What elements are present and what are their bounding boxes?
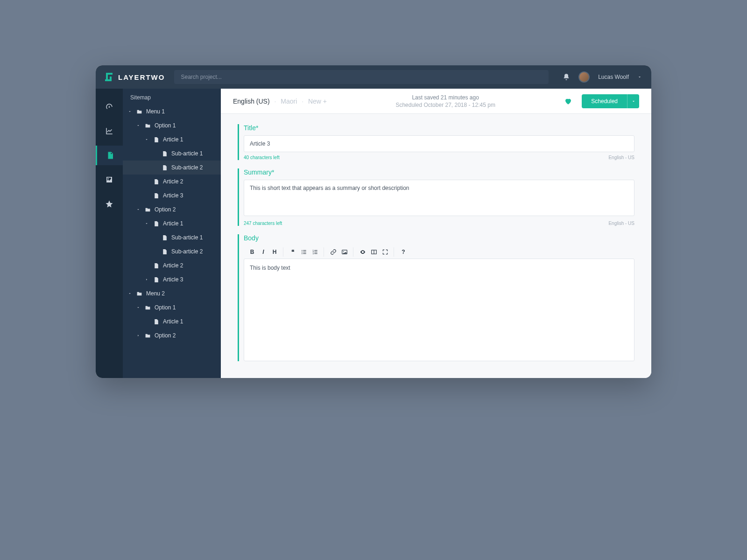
user-menu-caret-icon[interactable] xyxy=(637,75,642,79)
columns-button[interactable] xyxy=(369,247,379,257)
tree-item[interactable]: Article 2 xyxy=(123,175,221,189)
tree-item-label: Article 2 xyxy=(163,178,221,185)
tree-item-label: Article 1 xyxy=(163,220,221,227)
schedule-dropdown[interactable] xyxy=(627,94,639,108)
tree-item[interactable]: Sub-article 1 xyxy=(123,147,221,161)
svg-point-0 xyxy=(302,250,303,251)
tree-item-label: Option 1 xyxy=(155,304,221,311)
gauge-icon xyxy=(105,103,113,111)
italic-button[interactable]: I xyxy=(259,247,268,257)
tree-item[interactable]: Article 1 xyxy=(123,217,221,231)
title-lang: English - US xyxy=(608,155,634,160)
avatar[interactable] xyxy=(578,71,590,83)
heart-icon xyxy=(564,97,572,105)
rail-analytics[interactable] xyxy=(96,121,123,141)
quote-button[interactable]: ❝ xyxy=(288,247,297,257)
tree-item[interactable]: Article 1 xyxy=(123,133,221,147)
favorite-button[interactable] xyxy=(564,97,572,105)
tree-item[interactable]: Sub-article 1 xyxy=(123,231,221,245)
svg-text:3: 3 xyxy=(313,253,314,255)
help-button[interactable]: ? xyxy=(399,247,408,257)
app-window: LAYERTWO Lucas Woolf xyxy=(96,65,651,378)
tree-item[interactable]: Article 3 xyxy=(123,273,221,287)
title-chars-left: 40 characters left xyxy=(244,155,280,160)
tree-item[interactable]: Menu 1 xyxy=(123,105,221,119)
file-icon xyxy=(153,277,159,283)
svg-rect-5 xyxy=(303,253,306,254)
body-editor[interactable]: This is body text xyxy=(244,259,634,361)
tree-item[interactable]: Option 1 xyxy=(123,119,221,133)
tree-item-label: Article 3 xyxy=(163,276,221,283)
heading-button[interactable]: H xyxy=(270,247,279,257)
caret-icon[interactable] xyxy=(144,138,149,141)
tree-item[interactable]: Menu 2 xyxy=(123,287,221,301)
header: LAYERTWO Lucas Woolf xyxy=(96,65,651,89)
caret-icon[interactable] xyxy=(136,306,141,309)
editor-toolbar: B I H ❝ 123 xyxy=(244,245,634,259)
sidebar-title: Sitemap xyxy=(123,89,221,105)
folder-icon xyxy=(144,305,151,311)
header-right: Lucas Woolf xyxy=(563,71,642,83)
rail-content[interactable] xyxy=(96,146,123,165)
caret-icon[interactable] xyxy=(136,208,141,211)
caret-icon[interactable] xyxy=(144,222,149,225)
field-title: Title* 40 characters left English - US xyxy=(238,124,634,160)
tree-item-label: Article 1 xyxy=(163,136,221,143)
schedule-button[interactable]: Scheduled xyxy=(582,94,639,108)
user-name: Lucas Woolf xyxy=(598,74,629,80)
fullscreen-button[interactable] xyxy=(381,247,390,257)
search-bar[interactable] xyxy=(174,70,549,84)
file-icon xyxy=(153,179,159,185)
svg-rect-6 xyxy=(314,250,317,251)
tree-item[interactable]: Sub-article 2 xyxy=(123,161,221,175)
file-icon xyxy=(161,151,168,157)
file-icon xyxy=(161,235,168,241)
bell-icon[interactable] xyxy=(563,73,570,81)
tree-item[interactable]: Article 2 xyxy=(123,259,221,273)
summary-input[interactable] xyxy=(244,180,634,216)
tree-item-label: Sub-article 1 xyxy=(171,150,221,157)
lang-tab-inactive[interactable]: Maori xyxy=(281,98,297,105)
svg-rect-8 xyxy=(314,253,317,254)
star-icon xyxy=(105,200,113,208)
tree-item[interactable]: Article 1 xyxy=(123,315,221,329)
caret-icon[interactable] xyxy=(127,292,132,295)
tree-item[interactable]: Sub-article 2 xyxy=(123,245,221,259)
last-saved-text: Last saved 21 minutes ago xyxy=(336,94,555,101)
lang-tab-active[interactable]: English (US) xyxy=(233,98,270,105)
bold-button[interactable]: B xyxy=(247,247,257,257)
svg-rect-1 xyxy=(303,250,306,251)
image-button[interactable] xyxy=(340,247,349,257)
ul-button[interactable] xyxy=(299,247,309,257)
caret-icon[interactable] xyxy=(144,278,149,281)
tree-item-label: Sub-article 2 xyxy=(171,248,221,255)
caret-icon[interactable] xyxy=(127,110,132,113)
tree-item-label: Article 3 xyxy=(163,192,221,199)
folder-icon xyxy=(144,207,151,213)
fullscreen-icon xyxy=(382,249,388,255)
tree-item[interactable]: Option 2 xyxy=(123,329,221,343)
tree-item[interactable]: Option 2 xyxy=(123,203,221,217)
nav-rail xyxy=(96,89,123,378)
rail-dashboard[interactable] xyxy=(96,97,123,117)
caret-icon[interactable] xyxy=(136,124,141,127)
preview-button[interactable] xyxy=(358,247,367,257)
folder-icon xyxy=(144,333,151,339)
caret-icon[interactable] xyxy=(136,334,141,337)
body: Sitemap Menu 1Option 1Article 1Sub-artic… xyxy=(96,89,651,378)
language-tabs: English (US) · Maori · New + xyxy=(233,98,327,105)
title-input[interactable] xyxy=(244,135,634,152)
svg-point-13 xyxy=(343,251,344,252)
tree-item-label: Menu 2 xyxy=(146,290,221,297)
link-button[interactable] xyxy=(329,247,338,257)
search-input[interactable] xyxy=(181,74,542,80)
tree-item[interactable]: Option 1 xyxy=(123,301,221,315)
tree-item[interactable]: Article 3 xyxy=(123,189,221,203)
lang-tab-new[interactable]: New + xyxy=(308,98,327,105)
ol-button[interactable]: 123 xyxy=(310,247,320,257)
brand-name: LAYERTWO xyxy=(118,73,165,81)
chart-icon xyxy=(105,127,113,135)
rail-media[interactable] xyxy=(96,170,123,189)
columns-icon xyxy=(371,249,377,255)
rail-favorites[interactable] xyxy=(96,194,123,214)
